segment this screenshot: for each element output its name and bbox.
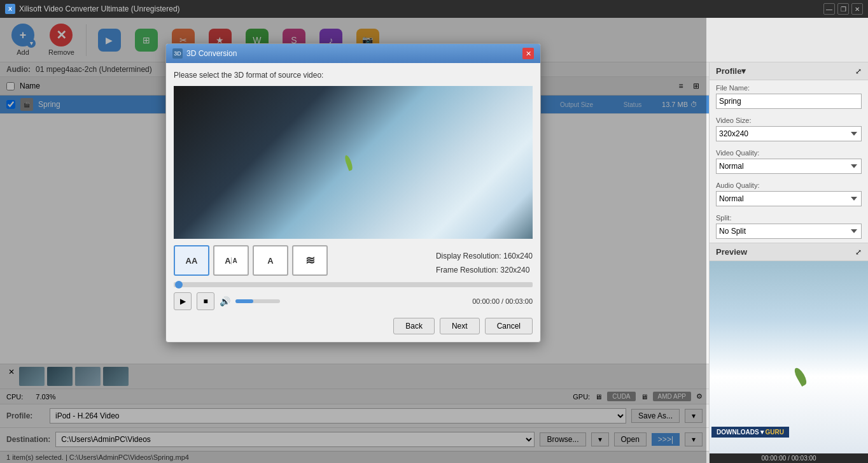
video-size-select[interactable]: 320x240 [716, 126, 862, 141]
file-name-label: File Name: [716, 84, 862, 92]
dialog-video-preview [174, 86, 533, 239]
back-button[interactable]: Back [393, 318, 435, 334]
dialog-titlebar: 3D 3D Conversion ✕ [166, 44, 540, 63]
volume-fill [235, 299, 253, 303]
frame-res-label: Frame Resolution: [436, 266, 498, 274]
video-size-label: Video Size: [716, 117, 862, 124]
dialog-controls: ▶ ■ 🔊 00:00:00 / 00:03:00 [174, 292, 533, 310]
file-name-field: File Name: [710, 80, 868, 113]
dialog-instruction: Please select the 3D format of source vi… [174, 71, 533, 80]
dialog-close-button[interactable]: ✕ [522, 48, 534, 59]
close-button[interactable]: ✕ [851, 3, 863, 15]
preview-header: Preview ⤢ [710, 243, 868, 261]
split-select[interactable]: No Split [716, 224, 862, 239]
right-panel-expand-icon[interactable]: ⤢ [855, 67, 862, 76]
restore-button[interactable]: ❐ [837, 3, 849, 15]
stop-button[interactable]: ■ [197, 292, 214, 310]
right-panel-title: Profile▾ [716, 66, 746, 76]
preview-leaf [792, 366, 808, 387]
right-panel: Profile▾ ⤢ File Name: Video Size: 320x24… [709, 62, 868, 463]
video-quality-label: Video Quality: [716, 149, 862, 157]
app-title: Xilisoft Video Converter Ultimate (Unreg… [19, 4, 180, 13]
title-bar: X Xilisoft Video Converter Ultimate (Unr… [0, 0, 868, 18]
audio-quality-label: Audio Quality: [716, 182, 862, 189]
minimize-button[interactable]: — [823, 3, 835, 15]
3d-conversion-dialog: 3D 3D Conversion ✕ Please select the 3D … [165, 43, 541, 343]
format-btn-right[interactable]: A [253, 245, 288, 276]
volume-icon: 🔊 [220, 296, 230, 306]
dialog-icon: 3D [172, 48, 183, 59]
preview-time: 00:00:00 / 00:03:00 [710, 453, 868, 463]
audio-quality-field: Audio Quality: Normal [710, 178, 868, 210]
resolution-info: Display Resolution: 160x240 Frame Resolu… [436, 250, 533, 277]
preview-video [710, 261, 868, 453]
format-btn-side-by-side[interactable]: AA [174, 245, 209, 276]
watermark-prefix: DOWNLOADS▼ [717, 429, 766, 436]
dialog-video-leaf [344, 154, 354, 171]
format-buttons: AA AA A ≋ [174, 245, 328, 276]
video-quality-select[interactable]: Normal [716, 159, 862, 174]
frame-res-value: 320x240 [500, 266, 529, 274]
preview-expand-icon[interactable]: ⤢ [855, 248, 862, 257]
volume-slider[interactable] [235, 299, 280, 303]
split-label: Split: [716, 214, 862, 222]
format-btn-left[interactable]: AA [213, 245, 249, 276]
watermark: DOWNLOADS▼GURU [711, 427, 789, 438]
dialog-actions: Back Next Cancel [174, 318, 533, 334]
dialog-title: 3D Conversion [186, 49, 237, 58]
right-panel-header: Profile▾ ⤢ [710, 62, 868, 80]
dialog-overlay: 3D 3D Conversion ✕ Please select the 3D … [0, 18, 706, 463]
next-button[interactable]: Next [440, 318, 480, 334]
display-res-value: 160x240 [503, 252, 533, 260]
play-button[interactable]: ▶ [174, 292, 192, 310]
format-btn-interlaced[interactable]: ≋ [292, 245, 328, 276]
format-row: AA AA A ≋ Display Resolution: 160x [174, 245, 533, 282]
video-quality-field: Video Quality: Normal [710, 145, 868, 178]
preview-title: Preview [716, 247, 747, 257]
display-res-label: Display Resolution: [436, 252, 501, 260]
dialog-timeline[interactable] [174, 282, 533, 287]
watermark-suffix: GURU [766, 429, 784, 436]
audio-quality-select[interactable]: Normal [716, 191, 862, 206]
split-field: Split: No Split [710, 210, 868, 243]
preview-video-content [710, 261, 868, 453]
video-size-field: Video Size: 320x240 [710, 113, 868, 145]
dialog-video-bg [174, 86, 533, 239]
timeline-thumb[interactable] [175, 281, 183, 288]
app-icon: X [5, 4, 15, 14]
file-name-input[interactable] [716, 94, 862, 109]
time-display: 00:00:00 / 00:03:00 [472, 297, 533, 305]
cancel-button[interactable]: Cancel [485, 318, 533, 334]
